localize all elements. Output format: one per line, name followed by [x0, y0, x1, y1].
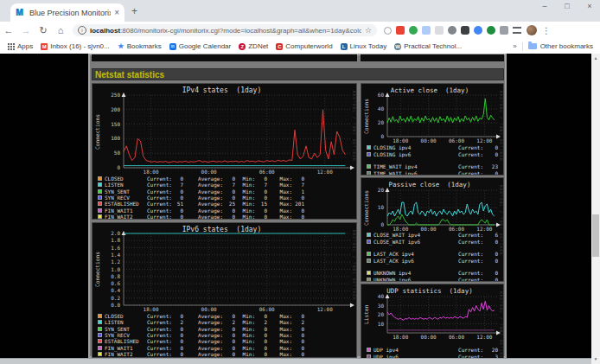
url-host: localhost: [90, 27, 120, 35]
bookmark-star-icon[interactable]: ☆: [365, 26, 372, 35]
series-udp-ipv4: [387, 301, 495, 320]
legend-row: ESTABLISHEDCurrent:51Average:25Min:15Max…: [94, 201, 354, 207]
forward-icon[interactable]: →: [17, 25, 35, 35]
legend-row: CLOSE_WAIT ipv4Current:6: [363, 232, 498, 238]
legend-swatch: [98, 208, 102, 213]
url-bar[interactable]: i localhost:8080/monitorix-cgi/monitorix…: [73, 24, 377, 36]
bookmark-linux-today[interactable]: L Linux Today: [341, 42, 387, 50]
y-tick-label: 1.8: [93, 238, 120, 243]
dark-extension-icon[interactable]: [461, 26, 469, 35]
folder-icon: [528, 43, 537, 49]
legend-swatch: [367, 271, 371, 275]
gmail-extension-icon[interactable]: [396, 26, 405, 35]
bookmark-google-calendar[interactable]: 31 Google Calendar: [169, 42, 231, 50]
legend-row: CLOSING ipv4Current:0: [363, 144, 498, 150]
legend-row: CLOSE_WAIT ipv6Current:0: [363, 239, 498, 245]
legend-row: LISTENCurrent:2Average:2Min:2Max:2: [94, 319, 354, 325]
legend-row: SYN_RECVCurrent:0Average:0Min:0Max:0: [94, 332, 354, 338]
x-tick-label: 12:00: [476, 138, 492, 144]
x-tick-label: 06:00: [259, 169, 275, 175]
legend-swatch: [98, 201, 102, 206]
legend-swatch: [367, 259, 371, 263]
calendar-icon: 31: [169, 43, 176, 50]
extensions-puzzle-icon[interactable]: [500, 26, 508, 35]
tab-close-icon[interactable]: ×: [114, 8, 119, 17]
window-maximize-button[interactable]: □: [562, 2, 572, 10]
legend-swatch: [367, 278, 371, 282]
new-tab-button[interactable]: +: [131, 5, 137, 17]
legend-swatch: [98, 182, 102, 187]
reload-icon[interactable]: ↻: [35, 25, 52, 36]
previous-graph-edge-left: [92, 54, 357, 61]
rrdtool-watermark: RRDTOOL / TOBI OETIKER: [352, 91, 356, 162]
x-tick-label: 00:00: [201, 169, 217, 175]
blue-extension-icon[interactable]: [474, 26, 482, 35]
series-time-wait-ipv4: [387, 99, 495, 123]
x-tick-label: 00:00: [421, 138, 437, 144]
bookmarks-overflow-icon[interactable]: »: [513, 42, 516, 50]
profile-avatar[interactable]: [527, 25, 537, 35]
legend-row: LAST_ACK ipv4Current:0: [363, 251, 498, 257]
series-last-ack-ipv4: [387, 214, 495, 225]
legend-row: TIME_WAIT ipv4Current:23: [363, 163, 498, 169]
eye-extension-icon[interactable]: [448, 26, 456, 35]
bookmark-practical-technology[interactable]: W Practical Technol...: [394, 42, 462, 50]
y-tick-label: 1.2: [93, 259, 120, 265]
linux-today-icon: L: [341, 43, 348, 50]
y-tick-label: 10: [361, 205, 384, 210]
y-tick-label: 0: [361, 134, 384, 139]
legend-row: SYN_SENTCurrent:0Average:0Min:0Max:1: [94, 188, 354, 195]
chrome-menu-icon[interactable]: ⋮: [542, 26, 551, 35]
bookmark-computerworld[interactable]: C Computerworld: [276, 42, 332, 50]
y-tick-label: 150: [93, 122, 120, 127]
green-extension-icon[interactable]: [487, 26, 495, 35]
y-tick-label: 0.0: [93, 303, 120, 308]
series-close-wait-ipv4: [387, 202, 495, 216]
x-tick-label: 18:00: [144, 307, 159, 312]
chart-panel-ipv6-states[interactable]: IPv6 states (1day)Connections0.00.20.40.…: [92, 222, 357, 358]
legend-row: CLOSEDCurrent:0Average:0Min:0Max:0: [94, 176, 354, 182]
scrollbar-down-icon[interactable]: ▼: [591, 354, 600, 364]
copy-pages-extension-icon[interactable]: [422, 26, 431, 35]
evernote-extension-icon[interactable]: [409, 26, 418, 35]
wordpress-icon: W: [394, 43, 401, 50]
legend-swatch: [98, 214, 102, 219]
chart-panel-passive-close[interactable]: Passive close (1day)Connections0102018:0…: [361, 177, 504, 282]
legend-row: UNKNOWN ipv6Current:0: [363, 277, 498, 282]
scrollbar-track[interactable]: [591, 54, 600, 364]
x-tick-label: 00:00: [421, 335, 437, 340]
y-tick-label: 20: [361, 188, 384, 193]
tab-title: Blue Precision Monitorix: [29, 9, 111, 17]
gray-extension-icon[interactable]: [435, 26, 444, 35]
chart-panel-udp-statistics[interactable]: UDP statistics (1day)Listen1020304018:00…: [361, 284, 504, 364]
window-close-button[interactable]: ×: [584, 2, 595, 10]
search-extension-icon[interactable]: [384, 27, 392, 35]
star-icon: ★: [118, 43, 124, 50]
x-tick-label: 18:00: [144, 169, 159, 175]
chart-panel-ipv4-states[interactable]: IPv4 states (1day)Connections05010015020…: [92, 83, 357, 220]
legend-swatch: [98, 339, 102, 343]
browser-tab[interactable]: M Blue Precision Monitorix ×: [10, 3, 124, 22]
x-tick-label: 12:00: [476, 335, 492, 340]
home-icon[interactable]: ⌂: [52, 25, 69, 35]
x-tick-label: 12:00: [317, 169, 333, 175]
back-icon[interactable]: ←: [0, 25, 17, 35]
legend-swatch: [98, 327, 102, 331]
y-tick-label: 2.0: [93, 231, 120, 236]
scrollbar-thumb[interactable]: [592, 214, 599, 257]
other-bookmarks-button[interactable]: Other bookmarks: [528, 42, 593, 50]
tab-list-icon[interactable]: [513, 27, 521, 34]
chart-panel-active-close[interactable]: Active close (1day)Connections020406018:…: [361, 83, 504, 176]
y-tick-label: 200: [93, 107, 120, 112]
bookmark-inbox[interactable]: M Inbox (16) - sjvn0...: [41, 42, 109, 50]
scrollbar-up-icon[interactable]: ▲: [591, 54, 600, 63]
y-tick-label: 250: [93, 93, 120, 98]
legend-row: ESTABLISHEDCurrent:0Average:0Min:0Max:0: [94, 338, 354, 344]
y-tick-label: 10: [361, 322, 384, 327]
apps-shortcut[interactable]: Apps: [8, 42, 33, 50]
site-info-icon[interactable]: i: [78, 26, 86, 35]
bookmark-zdnet[interactable]: Z ZDNet: [239, 42, 268, 50]
apps-label: Apps: [17, 42, 33, 50]
window-minimize-button[interactable]: –: [539, 2, 550, 10]
bookmark-bookmarks[interactable]: ★ Bookmarks: [118, 42, 162, 50]
